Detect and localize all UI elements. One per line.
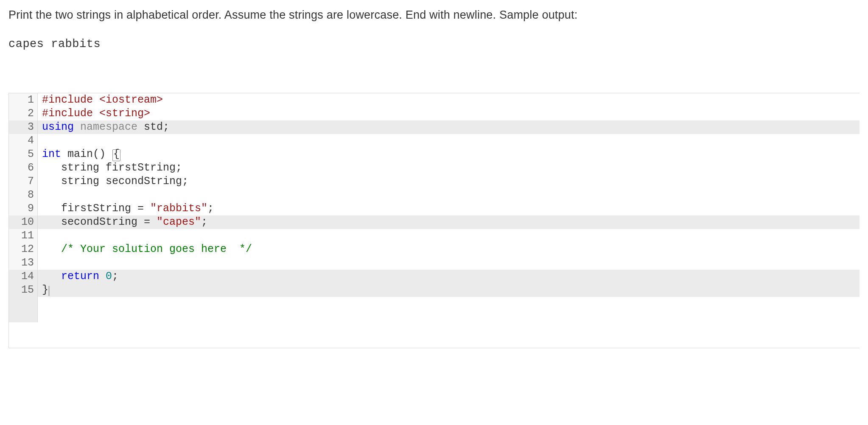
- gutter-tail: [9, 297, 38, 322]
- code-content[interactable]: using namespace std;: [38, 120, 860, 134]
- code-token: ;: [112, 270, 118, 282]
- code-token: string secondString;: [42, 175, 188, 187]
- code-token: ;: [201, 216, 207, 228]
- code-line[interactable]: 15}: [9, 283, 860, 297]
- code-token: "capes": [157, 216, 201, 228]
- code-token: namespace: [80, 121, 144, 133]
- line-number: 7: [9, 175, 38, 188]
- line-number: 10: [9, 215, 38, 229]
- line-number: 15: [9, 283, 38, 297]
- code-token: string firstString;: [42, 162, 182, 174]
- code-line[interactable]: 5int main() {: [9, 148, 860, 161]
- line-number: 3: [9, 120, 38, 134]
- code-content[interactable]: secondString = "capes";: [38, 215, 860, 229]
- code-content[interactable]: return 0;: [38, 270, 860, 283]
- code-token: 0: [106, 270, 112, 282]
- code-token: firstString =: [42, 202, 150, 215]
- line-number: 6: [9, 161, 38, 175]
- code-token: int: [42, 148, 67, 160]
- line-number: 14: [9, 270, 38, 283]
- code-line[interactable]: 9 firstString = "rabbits";: [9, 202, 860, 215]
- code-line[interactable]: 11: [9, 229, 860, 243]
- code-line[interactable]: 13: [9, 256, 860, 270]
- code-line[interactable]: 3using namespace std;: [9, 120, 860, 134]
- code-token: [42, 243, 61, 255]
- code-content[interactable]: string firstString;: [38, 161, 860, 175]
- code-content[interactable]: int main() {: [38, 148, 860, 161]
- line-number: 8: [9, 188, 38, 202]
- code-token: /* Your solution goes here */: [61, 243, 252, 255]
- code-line[interactable]: 2#include <string>: [9, 107, 860, 120]
- code-token: ;: [207, 202, 214, 215]
- line-number: 2: [9, 107, 38, 120]
- line-number: 4: [9, 134, 38, 148]
- code-token: {: [112, 149, 120, 161]
- code-token: return: [61, 270, 106, 282]
- line-number: 11: [9, 229, 38, 243]
- code-line[interactable]: 10 secondString = "capes";: [9, 215, 860, 229]
- code-content[interactable]: /* Your solution goes here */: [38, 243, 860, 256]
- text-cursor: [49, 286, 49, 296]
- code-token: [42, 270, 61, 282]
- code-line[interactable]: 12 /* Your solution goes here */: [9, 243, 860, 256]
- code-line[interactable]: 7 string secondString;: [9, 175, 860, 188]
- code-content[interactable]: [38, 134, 860, 148]
- line-number: 9: [9, 202, 38, 215]
- code-line[interactable]: 8: [9, 188, 860, 202]
- code-token: main(): [67, 148, 112, 160]
- code-content[interactable]: string secondString;: [38, 175, 860, 188]
- problem-prompt: Print the two strings in alphabetical or…: [8, 8, 860, 22]
- code-token: <iostream>: [99, 94, 163, 106]
- code-content[interactable]: [38, 188, 860, 202]
- code-editor[interactable]: 1#include <iostream>2#include <string>3u…: [8, 93, 860, 348]
- code-token: #include: [42, 94, 99, 106]
- code-token: }: [42, 284, 48, 296]
- code-content[interactable]: [38, 229, 860, 243]
- code-content[interactable]: }: [38, 283, 860, 297]
- line-number: 13: [9, 256, 38, 270]
- code-line[interactable]: 6 string firstString;: [9, 161, 860, 175]
- sample-output: capes rabbits: [8, 38, 860, 50]
- code-token: std;: [144, 121, 169, 133]
- code-content[interactable]: #include <string>: [38, 107, 860, 120]
- code-token: #include: [42, 107, 99, 120]
- code-token: using: [42, 121, 80, 133]
- code-content[interactable]: [38, 256, 860, 270]
- line-number: 12: [9, 243, 38, 256]
- code-content[interactable]: firstString = "rabbits";: [38, 202, 860, 215]
- code-content[interactable]: #include <iostream>: [38, 93, 860, 107]
- code-token: "rabbits": [150, 202, 207, 215]
- code-token: secondString =: [42, 216, 157, 228]
- code-token: <string>: [99, 107, 150, 120]
- code-line[interactable]: 14 return 0;: [9, 270, 860, 283]
- line-number: 5: [9, 148, 38, 161]
- code-line[interactable]: 4: [9, 134, 860, 148]
- code-line[interactable]: 1#include <iostream>: [9, 93, 860, 107]
- line-number: 1: [9, 93, 38, 107]
